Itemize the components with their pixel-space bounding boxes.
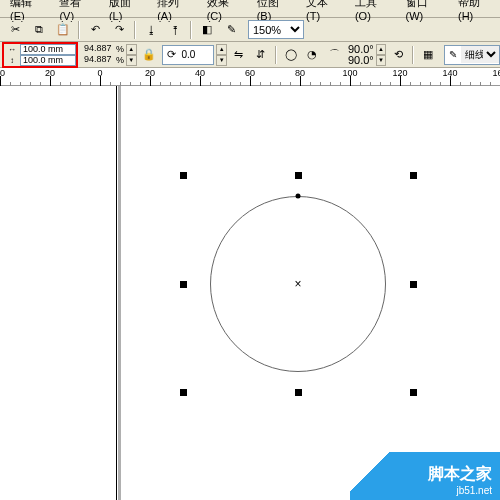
menu-tools[interactable]: 工具(O) [349, 0, 398, 23]
width-field[interactable]: 100.0 mm [20, 44, 76, 55]
paste-icon: 📋 [56, 23, 70, 36]
menu-bar: 编辑(E) 查看(V) 版面(L) 排列(A) 效果(C) 位图(B) 文本(T… [0, 0, 500, 18]
rotation-spinner[interactable]: ▲▼ [216, 44, 227, 66]
redo-icon: ↷ [115, 23, 124, 36]
ellipse-icon: ◯ [285, 48, 297, 61]
angle-b-field[interactable]: 90.0 [348, 54, 369, 66]
pie-icon: ◔ [307, 48, 317, 61]
mirror-h-button[interactable]: ⇋ [229, 45, 249, 65]
pie-button[interactable]: ◔ [302, 45, 322, 65]
export-icon: ⭱ [170, 24, 181, 36]
ruler-label: 160 [492, 68, 500, 78]
copy-icon: ⧉ [35, 23, 43, 36]
height-icon: ↕ [4, 55, 20, 66]
ruler-label: 20 [145, 68, 155, 78]
ruler-label: 120 [392, 68, 407, 78]
undo-icon: ↶ [91, 23, 100, 36]
handle-bc[interactable] [295, 389, 302, 396]
watermark-title: 脚本之家 [428, 464, 492, 485]
separator [190, 21, 192, 39]
export-button[interactable]: ⭱ [164, 20, 186, 40]
undo-button[interactable]: ↶ [84, 20, 106, 40]
separator [275, 46, 277, 64]
direction-button[interactable]: ⟲ [388, 45, 408, 65]
ruler-label: 40 [195, 68, 205, 78]
redo-button[interactable]: ↷ [108, 20, 130, 40]
handle-bl[interactable] [180, 389, 187, 396]
paste-button[interactable]: 📋 [52, 20, 74, 40]
wrap-icon: ▦ [423, 48, 433, 61]
ruler-label: 60 [245, 68, 255, 78]
app-button[interactable]: ◧ [196, 20, 218, 40]
height-field[interactable]: 100.0 mm [20, 55, 76, 66]
horizontal-ruler: 4020020406080100120140160 [0, 68, 500, 86]
scale-x-field[interactable]: 94.887 [82, 44, 116, 55]
menu-text[interactable]: 文本(T) [300, 0, 347, 23]
scale-y-field[interactable]: 94.887 [82, 55, 116, 66]
angle-box: 90.0° 90.0° [348, 44, 374, 66]
page-edge [116, 86, 117, 500]
scale-spinner[interactable]: ▲▼ [126, 44, 137, 66]
wand-icon: ✎ [227, 23, 236, 36]
object-center-marker: × [294, 277, 301, 291]
import-button[interactable]: ⭳ [140, 20, 162, 40]
ruler-label: 80 [295, 68, 305, 78]
ruler-label: 100 [342, 68, 357, 78]
arc-button[interactable]: ⌒ [324, 45, 344, 65]
percent-label: % [116, 55, 124, 65]
zoom-select[interactable]: 150% [248, 20, 304, 39]
ruler-label: 0 [97, 68, 102, 78]
cut-button[interactable]: ✂ [4, 20, 26, 40]
mirror-v-button[interactable]: ⇵ [251, 45, 271, 65]
mirror-v-icon: ⇵ [256, 48, 265, 61]
scale-box: 94.887% 94.887% [82, 44, 124, 66]
menu-window[interactable]: 窗口(W) [400, 0, 450, 23]
separator [412, 46, 414, 64]
property-bar: ↔ 100.0 mm ↕ 100.0 mm 94.887% 94.887% ▲▼… [0, 42, 500, 68]
zoom-control: 150% [248, 20, 304, 39]
handle-mr[interactable] [410, 281, 417, 288]
percent-label: % [116, 44, 124, 54]
rotation-handle[interactable] [296, 194, 301, 199]
mirror-h-icon: ⇋ [234, 48, 243, 61]
handle-tl[interactable] [180, 172, 187, 179]
cut-icon: ✂ [11, 23, 20, 36]
ruler-label: 40 [0, 68, 5, 78]
handle-br[interactable] [410, 389, 417, 396]
handle-tr[interactable] [410, 172, 417, 179]
angle-spinner[interactable]: ▲▼ [376, 44, 387, 66]
rotation-field[interactable]: 0.0 [179, 49, 213, 60]
canvas-area[interactable]: × [0, 86, 500, 500]
direction-icon: ⟲ [394, 48, 403, 61]
watermark-url: jb51.net [456, 485, 492, 496]
outline-width-box: ✎ 细线 [444, 45, 500, 65]
rotate-icon: ⟳ [163, 48, 179, 61]
ruler-label: 20 [45, 68, 55, 78]
ellipse-button[interactable]: ◯ [281, 45, 301, 65]
app-icon: ◧ [202, 23, 212, 36]
pen-icon: ✎ [445, 49, 461, 60]
watermark: 脚本之家 jb51.net [350, 452, 500, 500]
wand-button[interactable]: ✎ [220, 20, 242, 40]
lock-ratio-button[interactable]: 🔒 [139, 45, 159, 65]
handle-ml[interactable] [180, 281, 187, 288]
outline-width-select[interactable]: 细线 [461, 46, 499, 63]
width-icon: ↔ [4, 44, 20, 55]
object-size-box: ↔ 100.0 mm ↕ 100.0 mm [2, 42, 78, 68]
copy-button[interactable]: ⧉ [28, 20, 50, 40]
handle-tc[interactable] [295, 172, 302, 179]
wrap-button[interactable]: ▦ [418, 45, 438, 65]
page-shadow [118, 86, 121, 500]
ruler-label: 140 [442, 68, 457, 78]
degree-label: ° [369, 54, 373, 66]
menu-help[interactable]: 帮助(H) [452, 0, 500, 23]
rotation-box: ⟳ 0.0 [162, 45, 214, 65]
arc-icon: ⌒ [329, 47, 340, 62]
separator [134, 21, 136, 39]
lock-icon: 🔒 [142, 48, 156, 61]
separator [78, 21, 80, 39]
import-icon: ⭳ [146, 24, 157, 36]
